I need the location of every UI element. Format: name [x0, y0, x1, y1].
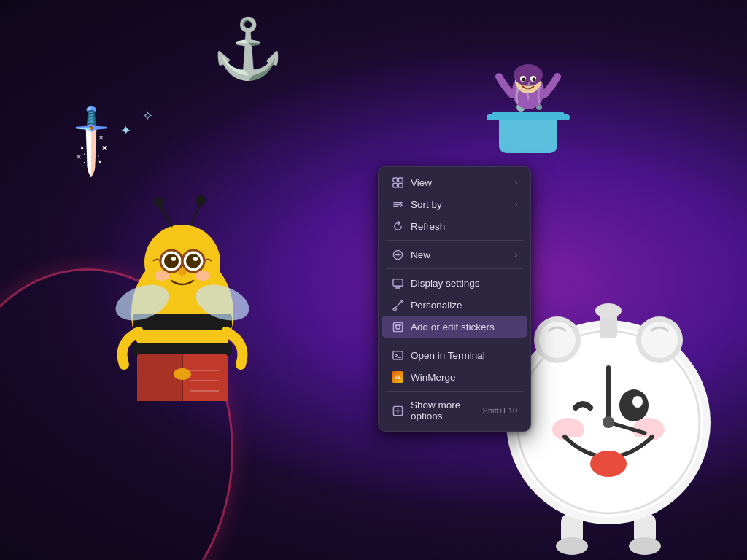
svg-rect-67	[392, 183, 397, 187]
svg-rect-78	[392, 307, 396, 311]
new-label: New	[411, 249, 508, 260]
svg-point-29	[174, 368, 191, 380]
menu-item-display[interactable]: Display settings	[382, 272, 527, 294]
divider-3	[386, 341, 523, 341]
bee-sticker	[73, 168, 292, 401]
svg-point-52	[632, 396, 643, 408]
witch-sticker	[481, 55, 576, 160]
svg-rect-80	[393, 322, 402, 331]
more-icon	[392, 405, 403, 416]
view-icon	[392, 176, 403, 188]
svg-point-20	[196, 195, 206, 206]
context-menu: View › Sort by › Refresh	[378, 166, 531, 432]
svg-line-19	[191, 203, 201, 225]
svg-point-62	[603, 416, 614, 428]
display-icon	[392, 277, 403, 289]
menu-item-new[interactable]: New ›	[382, 244, 527, 265]
svg-rect-68	[398, 183, 403, 187]
svg-point-47	[629, 537, 661, 555]
divider-2	[386, 268, 523, 269]
sort-label: Sort by	[411, 199, 508, 210]
svg-rect-84	[392, 351, 402, 359]
more-label: Show more options	[411, 400, 476, 421]
display-label: Display settings	[411, 278, 517, 289]
stickers-icon	[392, 321, 403, 332]
svg-point-39	[514, 64, 543, 86]
svg-point-43	[533, 78, 536, 82]
menu-item-sort[interactable]: Sort by ›	[382, 193, 527, 215]
svg-rect-65	[392, 177, 397, 182]
more-shortcut: Shift+F10	[483, 406, 517, 415]
menu-item-personalize[interactable]: Personalize	[382, 294, 527, 316]
winmerge-icon: W	[392, 371, 403, 383]
svg-point-10	[193, 257, 198, 261]
divider-1	[386, 240, 523, 241]
sparkle-2: ✧	[142, 108, 153, 124]
svg-point-55	[590, 451, 627, 477]
svg-point-9	[171, 257, 176, 261]
winmerge-label: WinMerge	[411, 372, 517, 383]
new-icon	[392, 249, 403, 260]
terminal-label: Open in Terminal	[411, 350, 517, 361]
menu-item-view[interactable]: View ›	[382, 171, 527, 193]
personalize-label: Personalize	[411, 300, 517, 311]
sparkle-1: ✦	[120, 122, 131, 139]
sort-arrow: ›	[515, 201, 517, 209]
svg-point-16	[196, 271, 210, 281]
terminal-icon	[392, 349, 403, 361]
menu-item-stickers[interactable]: Add or edit stickers	[382, 316, 527, 338]
menu-item-refresh[interactable]: Refresh	[382, 215, 527, 237]
svg-point-46	[556, 537, 588, 555]
view-label: View	[411, 177, 508, 188]
svg-rect-32	[487, 114, 501, 120]
svg-point-7	[164, 254, 179, 268]
menu-item-more[interactable]: Show more options Shift+F10	[382, 394, 527, 427]
svg-rect-33	[555, 114, 570, 120]
divider-4	[386, 391, 523, 392]
stickers-label: Add or edit stickers	[411, 322, 517, 332]
anchor-sticker: ⚓	[212, 15, 285, 83]
svg-point-83	[399, 324, 400, 325]
menu-item-terminal[interactable]: Open in Terminal	[382, 344, 527, 366]
svg-point-15	[155, 271, 169, 281]
svg-point-82	[395, 324, 396, 325]
personalize-icon	[392, 299, 403, 311]
svg-rect-75	[392, 279, 402, 285]
svg-point-64	[595, 303, 622, 318]
menu-item-winmerge[interactable]: W WinMerge	[382, 366, 527, 388]
svg-point-14	[178, 268, 187, 276]
view-arrow: ›	[515, 179, 517, 187]
svg-rect-31	[492, 112, 565, 120]
sort-icon	[392, 198, 403, 210]
svg-line-17	[159, 204, 171, 226]
refresh-icon	[392, 220, 403, 232]
svg-point-8	[186, 254, 201, 268]
svg-point-42	[522, 78, 526, 82]
new-arrow: ›	[515, 251, 517, 259]
refresh-label: Refresh	[411, 221, 517, 232]
svg-point-18	[154, 197, 164, 207]
svg-rect-66	[398, 177, 403, 182]
